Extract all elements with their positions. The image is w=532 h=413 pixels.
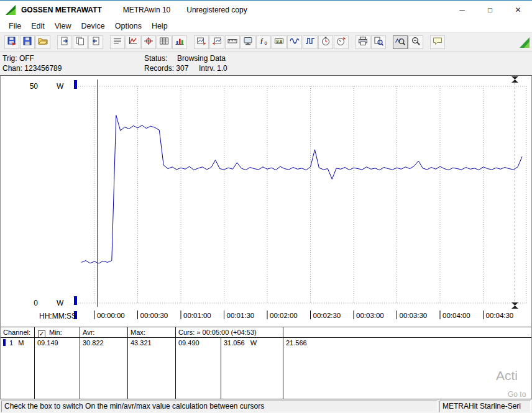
- status-label: Status:: [144, 54, 177, 64]
- svg-text:50: 50: [30, 82, 39, 91]
- maximize-button[interactable]: □: [476, 1, 504, 19]
- step-wave-icon: [305, 36, 316, 48]
- timer-button[interactable]: [318, 35, 333, 49]
- svg-text:0: 0: [265, 40, 267, 46]
- svg-text:00:04:30: 00:04:30: [486, 312, 514, 319]
- page-import-icon: [90, 36, 101, 48]
- title-license-note: Unregistered copy: [186, 6, 247, 14]
- menu-file[interactable]: File: [4, 20, 26, 32]
- minmax-calc-checkbox[interactable]: ✓: [38, 330, 45, 337]
- step-wave-button[interactable]: [303, 35, 318, 49]
- zoom-out-icon: [410, 36, 421, 48]
- analog-wave-button[interactable]: [287, 35, 302, 49]
- x-axis-labels: HH:MM:SS00:00:0000:00:3000:01:0000:01:30…: [39, 311, 513, 320]
- svg-text:0: 0: [34, 299, 38, 307]
- header-cursors: Curs: » 00:05:00 (+04:53): [176, 327, 283, 337]
- channel-range-mark-top: [74, 80, 77, 89]
- file-save-button[interactable]: [20, 35, 35, 49]
- svg-text:00:01:30: 00:01:30: [227, 312, 255, 319]
- cell-min: 09.149: [35, 338, 80, 399]
- scale-button[interactable]: [225, 35, 240, 49]
- yt-chart-button[interactable]: [126, 35, 140, 49]
- xy-chart-button[interactable]: [141, 35, 156, 49]
- page-copy-button[interactable]: [73, 35, 88, 49]
- y-axis-labels: 50W0W: [30, 80, 77, 319]
- window-forward-button[interactable]: [209, 35, 224, 49]
- print-preview-button[interactable]: [371, 35, 386, 49]
- menu-device[interactable]: Device: [76, 20, 110, 32]
- table-view-button[interactable]: [157, 35, 172, 49]
- svg-text:00:03:30: 00:03:30: [400, 312, 428, 319]
- note-icon: [432, 36, 443, 48]
- zoom-curve-button[interactable]: [393, 35, 408, 49]
- analog-wave-icon: [289, 36, 300, 48]
- cursor-2-bottom-handle[interactable]: [511, 302, 518, 309]
- menu-options[interactable]: Options: [110, 20, 147, 32]
- title-bar: GOSSEN METRAWATT METRAwin 10 Unregistere…: [0, 1, 532, 19]
- toolbar-group: [57, 35, 104, 49]
- title-brand: GOSSEN METRAWATT: [21, 6, 102, 14]
- table-view-icon: [158, 36, 170, 48]
- file-export-button[interactable]: [4, 35, 19, 49]
- toolbar: f08.8: [0, 33, 532, 52]
- cell-cursor2-value: 31.056W: [221, 338, 283, 399]
- file-open-button[interactable]: [35, 35, 50, 49]
- display-icon: 8.8: [273, 36, 285, 48]
- menu-view[interactable]: View: [50, 20, 76, 32]
- svg-text:HH:MM:SS: HH:MM:SS: [39, 312, 76, 320]
- header-channel: Channel:: [1, 327, 35, 337]
- toolbar-group: [430, 35, 446, 49]
- yt-chart-icon: [127, 36, 139, 48]
- file-export-icon: [6, 36, 17, 48]
- svg-text:00:03:00: 00:03:00: [356, 312, 384, 319]
- toolbar-group: [355, 35, 387, 49]
- chart-canvas[interactable]: 50W0WHH:MM:SS00:00:0000:00:3000:01:0000:…: [1, 76, 531, 327]
- header-spacer: [283, 327, 531, 337]
- note-button[interactable]: [430, 35, 445, 49]
- monitor-button[interactable]: [241, 35, 255, 49]
- green-triangle-logo-icon: [519, 36, 530, 48]
- channel-color-mark: [3, 339, 6, 346]
- series-line-channel-1: [81, 116, 522, 264]
- print-button[interactable]: [355, 35, 370, 49]
- svg-text:00:04:00: 00:04:00: [443, 312, 470, 319]
- cell-max: 43.321: [128, 338, 176, 399]
- bar-view-button[interactable]: [172, 35, 187, 49]
- file-open-icon: [37, 36, 48, 48]
- trigger-button[interactable]: [334, 35, 349, 49]
- grid: [78, 86, 527, 303]
- svg-text:W: W: [57, 299, 64, 307]
- menu-edit[interactable]: Edit: [26, 20, 50, 32]
- close-button[interactable]: ✕: [504, 1, 532, 19]
- svg-text:00:00:00: 00:00:00: [97, 312, 125, 319]
- channel-list: Chan: 123456789: [2, 64, 144, 74]
- scale-icon: [227, 36, 238, 48]
- zoom-curve-icon: [395, 36, 406, 48]
- page-import-button[interactable]: [88, 35, 103, 49]
- svg-text:00:02:00: 00:02:00: [270, 312, 298, 319]
- cell-delta-value: 21.566: [283, 338, 531, 399]
- header-max: Max:: [128, 327, 176, 337]
- display-button[interactable]: 8.8: [272, 35, 287, 49]
- page-export-button[interactable]: [57, 35, 72, 49]
- svg-text:8.8: 8.8: [277, 39, 283, 43]
- chart-panel: 50W0WHH:MM:SS00:00:0000:00:3000:01:0000:…: [0, 75, 532, 327]
- status-info-panel: Trig: OFF Status: Browsing Data Chan: 12…: [0, 52, 532, 75]
- statistics-table: Channel: ✓Min: Avr: Max: Curs: » 00:05:0…: [0, 327, 532, 399]
- menu-bar: FileEditViewDeviceOptionsHelp: [0, 19, 532, 33]
- svg-text:f: f: [260, 37, 264, 45]
- cell-cursor1-value: 09.490: [176, 338, 221, 399]
- text-view-icon: [112, 36, 123, 48]
- metrawin-window: GOSSEN METRAWATT METRAwin 10 Unregistere…: [0, 0, 532, 413]
- trigger-icon: [336, 36, 347, 48]
- minimize-button[interactable]: ─: [448, 1, 476, 19]
- zoom-out-button[interactable]: [408, 35, 423, 49]
- menu-help[interactable]: Help: [147, 20, 173, 32]
- xy-chart-icon: [143, 36, 154, 48]
- text-view-button[interactable]: [110, 35, 125, 49]
- cursor-2-top-handle[interactable]: [511, 76, 518, 83]
- svg-text:00:01:00: 00:01:00: [183, 312, 211, 319]
- function-button[interactable]: f0: [256, 35, 271, 49]
- window-back-button[interactable]: [194, 35, 209, 49]
- cell-unit: W: [250, 339, 257, 347]
